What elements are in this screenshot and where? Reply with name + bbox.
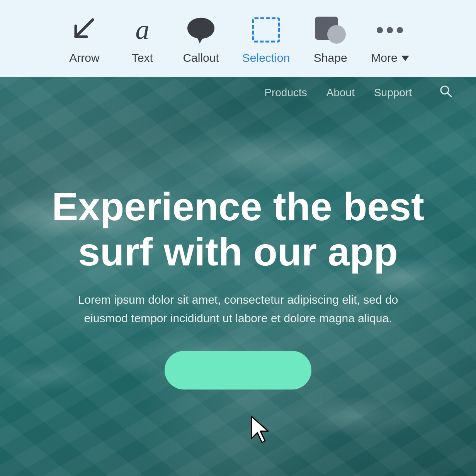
nav-links: Products About Support: [264, 84, 453, 101]
svg-line-4: [447, 93, 451, 97]
cta-button[interactable]: [165, 351, 311, 389]
arrow-icon: [67, 13, 102, 48]
nav-products[interactable]: Products: [264, 87, 307, 99]
hero-content: Experience the best surf with our app Lo…: [0, 184, 476, 389]
more-icon: [372, 13, 407, 48]
tool-callout[interactable]: Callout: [183, 13, 219, 65]
hero-title: Experience the best surf with our app: [15, 184, 461, 275]
tool-selection[interactable]: Selection: [242, 13, 290, 65]
main-content: Products About Support Experience the be…: [0, 77, 476, 476]
tool-arrow[interactable]: Arrow: [67, 13, 102, 65]
search-icon[interactable]: [439, 84, 453, 101]
svg-point-1: [187, 17, 214, 39]
text-label: Text: [132, 51, 153, 65]
hero-subtitle: Lorem ipsum dolor sit amet, consectetur …: [64, 291, 412, 328]
svg-marker-2: [197, 36, 204, 43]
text-icon: a: [125, 13, 160, 48]
shape-label: Shape: [314, 51, 347, 65]
nav-support[interactable]: Support: [374, 87, 412, 99]
callout-icon: [184, 13, 218, 48]
selection-label: Selection: [242, 51, 290, 65]
more-label: More: [371, 51, 409, 65]
chevron-down-icon: [401, 56, 409, 61]
tool-shape[interactable]: Shape: [313, 13, 348, 65]
nav-about[interactable]: About: [326, 87, 355, 99]
tool-more[interactable]: More: [371, 13, 409, 65]
selection-icon: [249, 13, 284, 48]
arrow-label: Arrow: [69, 51, 99, 65]
toolbar: Arrow a Text Callout Selection: [0, 0, 476, 77]
svg-line-0: [76, 20, 93, 37]
cursor-overlay: [250, 415, 273, 445]
tool-text[interactable]: a Text: [125, 13, 160, 65]
shape-icon: [313, 13, 348, 48]
site-navbar: Products About Support: [0, 77, 476, 108]
ocean-background: Products About Support Experience the be…: [0, 77, 476, 476]
callout-label: Callout: [183, 51, 219, 65]
